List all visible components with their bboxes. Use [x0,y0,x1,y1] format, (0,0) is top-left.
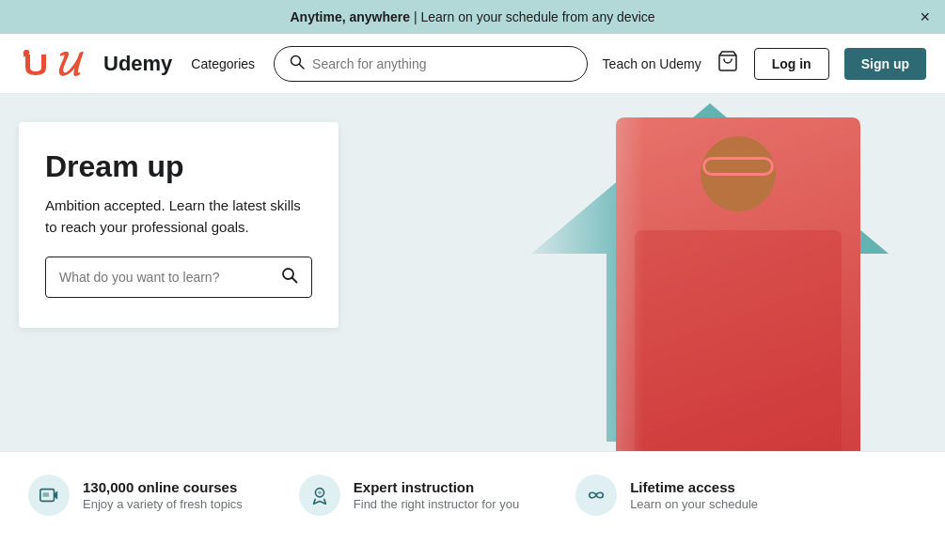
udemy-logo-icon [19,47,53,81]
teach-on-udemy-link[interactable]: Teach on Udemy [603,56,701,71]
announcement-text: Anytime, anywhere | Learn on your schedu… [290,9,654,24]
feature-courses-title: 130,000 online courses [83,479,243,495]
search-icon [290,54,305,73]
categories-nav[interactable]: Categories [187,56,259,71]
search-input[interactable] [312,56,572,71]
search-bar [274,46,588,82]
svg-line-3 [300,64,305,69]
feature-courses: 130,000 online courses Enjoy a variety o… [28,474,243,516]
feature-instruction-title: Expert instruction [354,479,519,495]
svg-point-12 [318,490,322,494]
cart-icon[interactable] [717,50,739,78]
svg-line-7 [292,278,297,283]
svg-rect-10 [43,492,49,497]
login-button[interactable]: Log in [754,48,829,80]
feature-instruction-subtitle: Find the right instructor for you [354,497,519,511]
badge-icon [309,485,330,506]
hero-search-bar [45,257,312,298]
feature-courses-text: 130,000 online courses Enjoy a variety o… [83,479,243,511]
hero-search-icon [281,267,298,288]
signup-button[interactable]: Sign up [844,48,926,80]
hero-image-area [306,94,945,451]
hero-card: Dream up Ambition accepted. Learn the la… [19,122,339,328]
hero-subtitle: Ambition accepted. Learn the latest skil… [45,195,312,238]
header: 𝓤 Udemy Categories Teach on Udemy Log in… [0,34,945,94]
nav-right: Teach on Udemy Log in Sign up [603,48,926,80]
hero-person-image [616,117,860,451]
feature-access: Lifetime access Learn on your schedule [575,474,758,516]
feature-access-title: Lifetime access [630,479,758,495]
hero-search-input[interactable] [59,270,281,285]
udemy-u-icon: 𝓤 [58,47,98,81]
logo-link[interactable]: 𝓤 Udemy [19,47,172,81]
infinity-icon [586,485,606,506]
feature-access-icon-wrap [575,474,617,516]
announcement-close-button[interactable]: × [920,8,930,25]
feature-access-subtitle: Learn on your schedule [630,497,758,511]
feature-access-text: Lifetime access Learn on your schedule [630,479,758,511]
video-icon [39,485,59,506]
feature-courses-icon-wrap [28,474,70,516]
svg-text:𝓤: 𝓤 [58,47,84,81]
feature-instruction-text: Expert instruction Find the right instru… [354,479,519,511]
feature-instruction-icon-wrap [299,474,340,516]
hero-section: Dream up Ambition accepted. Learn the la… [0,94,945,451]
feature-courses-subtitle: Enjoy a variety of fresh topics [83,497,243,511]
logo-text: Udemy [103,52,172,76]
announcement-bar: Anytime, anywhere | Learn on your schedu… [0,0,945,34]
features-section: 130,000 online courses Enjoy a variety o… [0,451,945,538]
hero-title: Dream up [45,148,312,184]
feature-instruction: Expert instruction Find the right instru… [299,474,519,516]
